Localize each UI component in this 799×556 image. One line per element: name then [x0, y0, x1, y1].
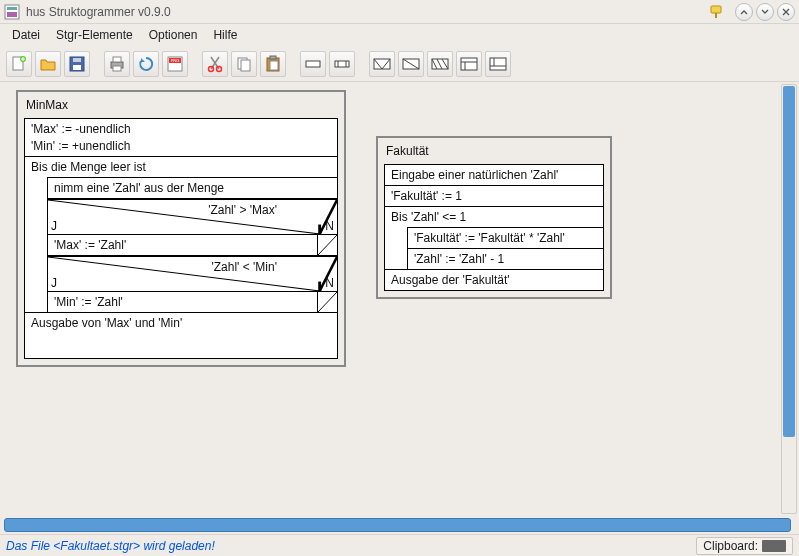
paste-button[interactable]: [260, 51, 286, 77]
statement[interactable]: Ausgabe der 'Fakultät': [385, 270, 603, 290]
block-repeat-button[interactable]: [485, 51, 511, 77]
true-label: J: [51, 219, 57, 233]
statement[interactable]: Ausgabe von 'Max' und 'Min': [25, 313, 337, 358]
open-button[interactable]: [35, 51, 61, 77]
svg-rect-8: [73, 65, 81, 70]
statement[interactable]: 'Min' := 'Zahl': [48, 292, 317, 312]
statement[interactable]: 'Max' := -unendlich: [25, 119, 337, 136]
block-if-button[interactable]: [369, 51, 395, 77]
clipboard-preview: [762, 540, 786, 552]
menu-options[interactable]: Optionen: [141, 26, 206, 44]
menubar: Datei Stgr-Elemente Optionen Hilfe: [0, 24, 799, 46]
condition-block[interactable]: 'Zahl' < 'Min' J N: [48, 256, 337, 292]
svg-rect-3: [711, 6, 721, 13]
diagram-fakultaet[interactable]: Fakultät Eingabe einer natürlichen 'Zahl…: [376, 136, 612, 299]
svg-rect-21: [270, 61, 278, 70]
condition-label: 'Zahl' > 'Max': [208, 203, 277, 217]
clipboard-indicator: Clipboard:: [696, 537, 793, 555]
statement[interactable]: 'Min' := +unendlich: [25, 136, 337, 157]
minimize-button[interactable]: [735, 3, 753, 21]
false-label: N: [325, 219, 334, 233]
horizontal-scrollbar[interactable]: [0, 516, 799, 534]
status-message: Das File <Fakultaet.stgr> wird geladen!: [6, 539, 696, 553]
condition-label: 'Zahl' < 'Min': [211, 260, 277, 274]
diagram-title: MinMax: [24, 98, 338, 112]
svg-rect-11: [113, 57, 121, 62]
condition-block[interactable]: 'Zahl' > 'Max' J N: [48, 199, 337, 235]
app-icon: [4, 4, 20, 20]
menu-help[interactable]: Hilfe: [205, 26, 245, 44]
scrollbar-thumb[interactable]: [4, 518, 791, 532]
menu-elements[interactable]: Stgr-Elemente: [48, 26, 141, 44]
new-button[interactable]: [6, 51, 32, 77]
print-button[interactable]: [104, 51, 130, 77]
svg-rect-1: [7, 7, 17, 10]
save-button[interactable]: [64, 51, 90, 77]
svg-rect-2: [7, 12, 17, 17]
svg-line-36: [48, 200, 320, 234]
svg-text:PNG: PNG: [171, 58, 180, 63]
refresh-button[interactable]: [133, 51, 159, 77]
pin-icon[interactable]: [708, 4, 724, 20]
statement[interactable]: 'Fakultät' := 'Fakultät' * 'Zahl': [408, 227, 603, 249]
statement[interactable]: nimm eine 'Zahl' aus der Menge: [48, 177, 337, 199]
loop-head[interactable]: Bis die Menge leer ist: [25, 157, 337, 177]
copy-button[interactable]: [231, 51, 257, 77]
svg-rect-33: [490, 58, 506, 70]
scrollbar-thumb[interactable]: [783, 86, 795, 437]
clipboard-label: Clipboard:: [703, 539, 758, 553]
toolbar: PNG: [0, 46, 799, 82]
svg-rect-19: [241, 60, 250, 71]
block-ifelse-button[interactable]: [398, 51, 424, 77]
block-sequence-button[interactable]: [300, 51, 326, 77]
diagram-title: Fakultät: [384, 144, 604, 158]
statement[interactable]: 'Zahl' := 'Zahl' - 1: [408, 249, 603, 269]
vertical-scrollbar[interactable]: [781, 84, 797, 514]
titlebar: hus Struktogrammer v0.9.0: [0, 0, 799, 24]
svg-rect-27: [374, 59, 390, 69]
block-case-button[interactable]: [427, 51, 453, 77]
menu-file[interactable]: Datei: [4, 26, 48, 44]
statement[interactable]: Eingabe einer natürlichen 'Zahl': [385, 165, 603, 186]
close-button[interactable]: [777, 3, 795, 21]
block-while-button[interactable]: [456, 51, 482, 77]
canvas-area[interactable]: MinMax 'Max' := -unendlich 'Min' := +une…: [0, 82, 799, 516]
window-title: hus Struktogrammer v0.9.0: [26, 5, 708, 19]
statusbar: Das File <Fakultaet.stgr> wird geladen! …: [0, 534, 799, 556]
statement[interactable]: 'Fakultät' := 1: [385, 186, 603, 207]
svg-rect-30: [461, 58, 477, 70]
svg-rect-22: [270, 56, 276, 59]
block-process-button[interactable]: [329, 51, 355, 77]
cut-button[interactable]: [202, 51, 228, 77]
svg-rect-9: [73, 58, 81, 62]
empty-branch: [317, 292, 337, 312]
svg-line-40: [48, 257, 320, 291]
svg-rect-24: [335, 61, 349, 67]
svg-rect-12: [113, 66, 121, 71]
maximize-button[interactable]: [756, 3, 774, 21]
true-label: J: [51, 276, 57, 290]
svg-rect-4: [715, 13, 717, 18]
empty-branch: [317, 235, 337, 255]
diagram-minmax[interactable]: MinMax 'Max' := -unendlich 'Min' := +une…: [16, 90, 346, 367]
false-label: N: [325, 276, 334, 290]
export-png-button[interactable]: PNG: [162, 51, 188, 77]
loop-head[interactable]: Bis 'Zahl' <= 1: [385, 207, 603, 227]
svg-line-39: [318, 235, 337, 255]
statement[interactable]: 'Max' := 'Zahl': [48, 235, 317, 255]
svg-rect-23: [306, 61, 320, 67]
svg-line-43: [318, 292, 337, 312]
